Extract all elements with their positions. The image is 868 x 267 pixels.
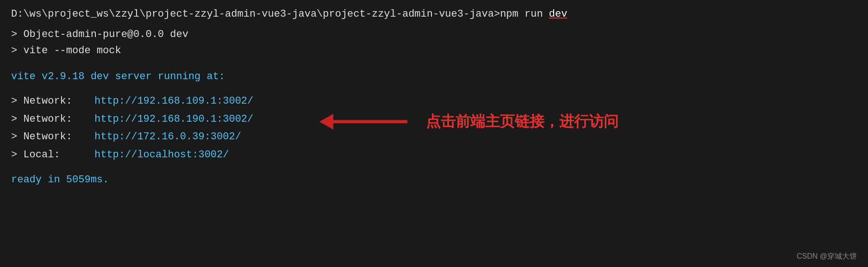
network-label-4: > Local: — [11, 146, 94, 164]
network-label-1: > Network: — [11, 93, 94, 111]
path-line: D:\ws\project_ws\zzyl\project-zzyl-admin… — [11, 8, 857, 20]
cmd-dev: dev — [549, 8, 568, 20]
network-label-2: > Network: — [11, 111, 94, 129]
path-text: D:\ws\project_ws\zzyl\project-zzyl-admin… — [11, 8, 549, 20]
terminal-window: D:\ws\project_ws\zzyl\project-zzyl-admin… — [0, 0, 868, 267]
network-url-3[interactable]: http://172.16.0.39:3002/ — [94, 128, 241, 146]
arrow-icon — [315, 110, 417, 133]
vite-header: vite v2.9.18 dev server running at: — [11, 71, 857, 82]
network-line-4: > Local: http://localhost:3002/ — [11, 146, 857, 164]
svg-marker-1 — [319, 114, 333, 130]
annotation-container: 点击前端主页链接，进行访问 — [315, 110, 618, 133]
annotation-text: 点击前端主页链接，进行访问 — [426, 112, 618, 132]
network-url-4[interactable]: http://localhost:3002/ — [94, 146, 229, 164]
cmd-output: > Object-admin-pure@0.0.0 dev > vite --m… — [11, 26, 857, 59]
network-line-1: > Network: http://192.168.109.1:3002/ — [11, 93, 857, 111]
watermark: CSDN @穿城大饼 — [797, 252, 857, 261]
network-url-1[interactable]: http://192.168.109.1:3002/ — [94, 93, 253, 111]
network-url-2[interactable]: http://192.168.190.1:3002/ — [94, 111, 253, 129]
ready-line: ready in 5059ms. — [11, 174, 857, 186]
cmd-line-2: > vite --mode mock — [11, 43, 857, 59]
cmd-line-1: > Object-admin-pure@0.0.0 dev — [11, 26, 857, 43]
network-label-3: > Network: — [11, 128, 94, 146]
